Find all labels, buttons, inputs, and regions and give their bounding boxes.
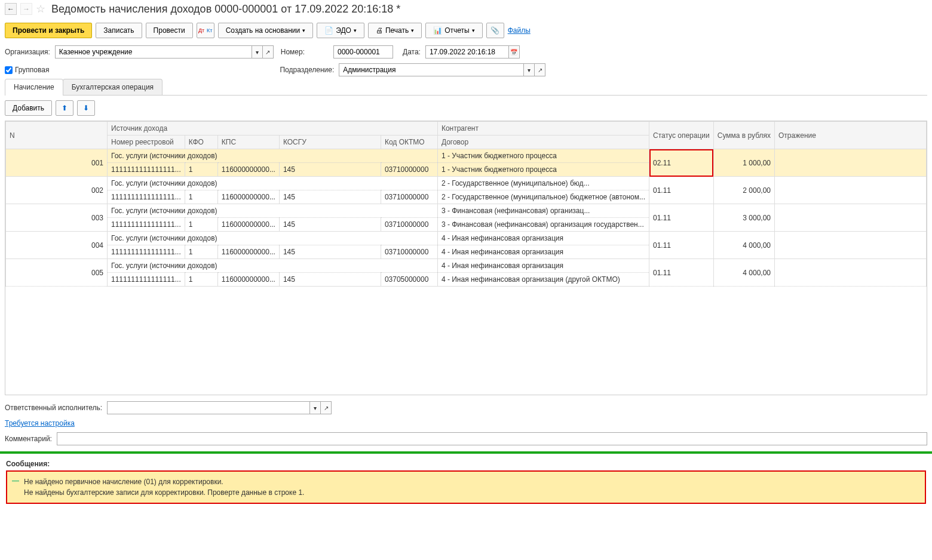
col-sum[interactable]: Сумма в рублях: [713, 122, 774, 149]
cell-kps: 116000000000...: [217, 190, 279, 204]
date-label: Дата:: [403, 48, 421, 56]
cell-contract: 3 - Финансовая (нефинансовая) организаци…: [437, 218, 649, 232]
cell-contragent: 3 - Финансовая (нефинансовая) организац.…: [437, 204, 649, 218]
subdiv-input[interactable]: [339, 63, 524, 76]
need-setup-link[interactable]: Требуется настройка: [5, 419, 75, 427]
post-and-close-button[interactable]: Провести и закрыть: [5, 23, 92, 38]
col-contragent[interactable]: Контрагент: [437, 122, 649, 136]
col-contract[interactable]: Договор: [437, 136, 649, 149]
cell-regnum: 1111111111111111...: [108, 245, 185, 259]
files-link[interactable]: Файлы: [508, 26, 531, 35]
calendar-icon[interactable]: 📅: [509, 45, 520, 59]
accrual-table[interactable]: N Источник дохода Контрагент Статус опер…: [5, 121, 927, 395]
table-row[interactable]: 004Гос. услуги (источники доходов)4 - Ин…: [6, 232, 927, 245]
cell-status[interactable]: 02.11: [649, 149, 714, 177]
reports-button[interactable]: 📊 Отчеты: [425, 23, 482, 38]
cell-n: 005: [6, 259, 108, 287]
add-row-button[interactable]: Добавить: [5, 100, 52, 116]
col-kosgu[interactable]: КОСГУ: [279, 136, 381, 149]
cell-oktmo: 03710000000: [381, 245, 437, 259]
cell-source: Гос. услуги (источники доходов): [108, 149, 438, 163]
tab-accrual[interactable]: Начисление: [5, 79, 63, 95]
cell-contract: 1 - Участник бюджетного процесса: [437, 163, 649, 177]
org-input[interactable]: [55, 45, 252, 59]
col-source[interactable]: Источник дохода: [108, 122, 438, 136]
favorite-star-icon[interactable]: ☆: [36, 2, 45, 16]
col-reflection[interactable]: Отражение: [775, 122, 927, 149]
cell-status[interactable]: 01.11: [649, 232, 714, 259]
cell-kosgu: 145: [279, 163, 381, 177]
cell-sum: 2 000,00: [713, 177, 774, 204]
cell-status[interactable]: 01.11: [649, 177, 714, 204]
cell-contragent: 4 - Иная нефинансовая организация: [437, 232, 649, 245]
cell-kosgu: 145: [279, 218, 381, 232]
cell-regnum: 1111111111111111...: [108, 218, 185, 232]
post-button[interactable]: Провести: [146, 23, 193, 38]
number-input[interactable]: [333, 45, 393, 59]
group-label: Групповая: [15, 66, 49, 74]
table-row[interactable]: 002Гос. услуги (источники доходов)2 - Го…: [6, 177, 927, 190]
org-dropdown-icon[interactable]: ▾: [252, 45, 263, 59]
table-row[interactable]: 003Гос. услуги (источники доходов)3 - Фи…: [6, 204, 927, 218]
forward-button[interactable]: →: [20, 3, 32, 15]
subdiv-label: Подразделение:: [280, 66, 334, 74]
number-label: Номер:: [281, 48, 305, 56]
cell-reflection: [775, 177, 927, 204]
table-row[interactable]: 001Гос. услуги (источники доходов)1 - Уч…: [6, 149, 927, 163]
dt-kt-button[interactable]: ДтКт: [197, 23, 214, 38]
cell-status[interactable]: 01.11: [649, 259, 714, 287]
cell-source: Гос. услуги (источники доходов): [108, 204, 438, 218]
status-divider: [0, 451, 932, 454]
cell-oktmo: 03710000000: [381, 190, 437, 204]
tab-accounting[interactable]: Бухгалтерская операция: [63, 79, 163, 95]
org-open-icon[interactable]: ↗: [263, 45, 274, 59]
cell-contragent: 2 - Государственное (муниципальное) бюд.…: [437, 177, 649, 190]
cell-n: 001: [6, 149, 108, 177]
minus-icon: —: [12, 476, 19, 485]
group-checkbox-wrap[interactable]: Групповая: [5, 66, 49, 74]
cell-status[interactable]: 01.11: [649, 204, 714, 232]
create-based-on-button[interactable]: Создать на основании: [218, 23, 314, 38]
cell-kfo: 1: [185, 273, 217, 287]
back-button[interactable]: ←: [5, 3, 17, 15]
error-message-box: — Не найдено первичное начисление (01) д…: [6, 470, 926, 504]
edo-button[interactable]: 📄 ЭДО: [317, 23, 364, 38]
comment-input[interactable]: [57, 432, 927, 445]
col-n[interactable]: N: [6, 122, 108, 149]
message-line-1: Не найдено первичное начисление (01) для…: [24, 476, 919, 487]
cell-reflection: [775, 259, 927, 287]
responsible-open-icon[interactable]: ↗: [321, 401, 332, 414]
cell-reflection: [775, 149, 927, 177]
table-row[interactable]: 005Гос. услуги (источники доходов)4 - Ин…: [6, 259, 927, 273]
cell-n: 003: [6, 204, 108, 232]
save-button[interactable]: Записать: [96, 23, 142, 38]
cell-oktmo: 03710000000: [381, 218, 437, 232]
responsible-input[interactable]: [107, 401, 310, 414]
cell-kfo: 1: [185, 163, 217, 177]
group-checkbox[interactable]: [5, 66, 13, 74]
col-kfo[interactable]: КФО: [185, 136, 217, 149]
col-status[interactable]: Статус операции: [649, 122, 714, 149]
cell-sum: 4 000,00: [713, 232, 774, 259]
cell-sum: 1 000,00: [713, 149, 774, 177]
col-kps[interactable]: КПС: [217, 136, 279, 149]
subdiv-open-icon[interactable]: ↗: [535, 63, 545, 76]
responsible-label: Ответственный исполнитель:: [5, 404, 102, 412]
responsible-dropdown-icon[interactable]: ▾: [310, 401, 321, 414]
attach-button[interactable]: 📎: [486, 23, 504, 38]
date-input[interactable]: [425, 45, 509, 59]
cell-kfo: 1: [185, 245, 217, 259]
page-title: Ведомость начисления доходов 0000-000001…: [51, 3, 400, 16]
cell-regnum: 1111111111111111...: [108, 190, 185, 204]
move-up-button[interactable]: ⬆: [56, 100, 73, 116]
cell-contract: 4 - Иная нефинансовая организация (друго…: [437, 273, 649, 287]
print-button[interactable]: 🖨 Печать: [368, 23, 422, 38]
cell-reflection: [775, 232, 927, 259]
subdiv-dropdown-icon[interactable]: ▾: [524, 63, 535, 76]
comment-label: Комментарий:: [5, 435, 52, 443]
cell-sum: 4 000,00: [713, 259, 774, 287]
move-down-button[interactable]: ⬇: [77, 100, 95, 116]
col-regnum[interactable]: Номер реестровой: [108, 136, 185, 149]
cell-sum: 3 000,00: [713, 204, 774, 232]
col-oktmo[interactable]: Код ОКТМО: [381, 136, 437, 149]
